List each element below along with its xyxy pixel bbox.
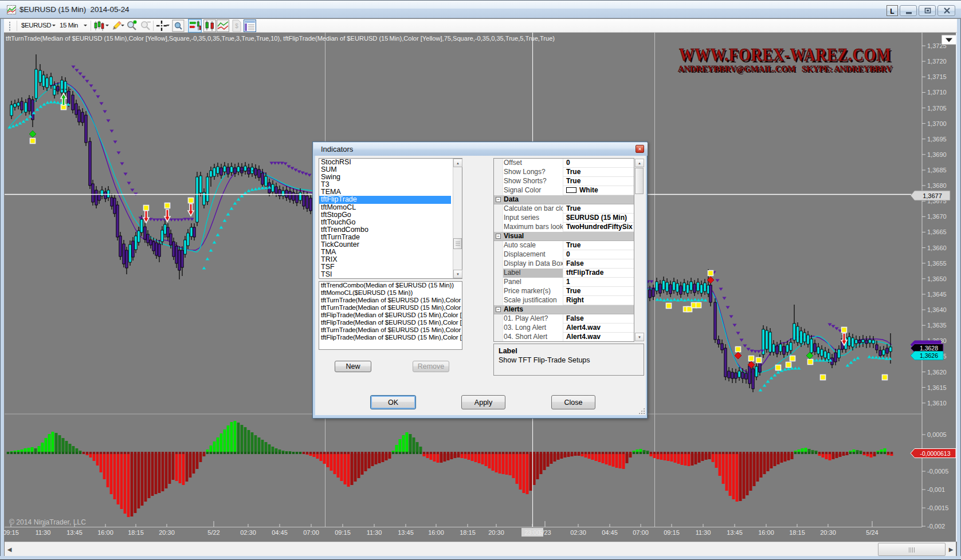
svg-text:07:00: 07:00: [633, 529, 649, 536]
svg-text:ANDREYBBRV@GMAIL.COM SKYPE:: ANDREYBBRV@GMAIL.COM SKYPE: ANDREYBBRV: [678, 64, 892, 73]
svg-text:09:15: 09:15: [3, 529, 19, 536]
svg-text:16:00: 16:00: [97, 529, 113, 536]
svg-text:tftTurnTrade(Median of $EURUSD: tftTurnTrade(Median of $EURUSD (15 Min),…: [6, 35, 555, 42]
svg-text:5/22: 5/22: [207, 529, 219, 536]
svg-text:18:15: 18:15: [460, 529, 476, 536]
svg-text:09:15: 09:15: [664, 529, 680, 536]
svg-text:1,3685: 1,3685: [927, 167, 947, 173]
svg-text:20:30: 20:30: [820, 529, 836, 536]
svg-text:11:30: 11:30: [367, 529, 382, 536]
svg-text:1,3628: 1,3628: [920, 345, 938, 352]
svg-text:WWW.FOREX-WAREZ.COM: WWW.FOREX-WAREZ.COM: [679, 45, 891, 65]
svg-text:1,3655: 1,3655: [927, 260, 947, 267]
svg-text:20:30: 20:30: [488, 529, 504, 536]
svg-text:1,3615: 1,3615: [927, 384, 947, 391]
svg-text:07:00: 07:00: [303, 529, 319, 536]
svg-text:1,3620: 1,3620: [927, 369, 947, 376]
svg-text:11:30: 11:30: [696, 529, 711, 536]
svg-text:13:45: 13:45: [398, 529, 414, 536]
svg-text:0,0005: 0,0005: [927, 431, 947, 438]
svg-text:1,3677: 1,3677: [923, 192, 942, 199]
svg-text:18:15: 18:15: [128, 529, 144, 536]
svg-text:1,3695: 1,3695: [927, 136, 947, 143]
svg-text:1,3690: 1,3690: [927, 151, 947, 158]
svg-text:5/23: 5/23: [539, 529, 551, 536]
svg-text:16:00: 16:00: [758, 529, 774, 536]
svg-text:1,3715: 1,3715: [927, 73, 947, 80]
svg-text:-0,002: -0,002: [927, 523, 945, 530]
svg-text:02:30: 02:30: [240, 529, 256, 536]
svg-text:-0,0015: -0,0015: [927, 504, 948, 511]
svg-text:1,3635: 1,3635: [927, 322, 947, 329]
svg-text:1,3680: 1,3680: [927, 182, 947, 189]
svg-text:02:30: 02:30: [570, 529, 586, 536]
svg-text:© 2014 NinjaTrader, LLC: © 2014 NinjaTrader, LLC: [9, 518, 86, 526]
svg-text:09:15: 09:15: [335, 529, 351, 536]
svg-text:1,3610: 1,3610: [927, 400, 947, 407]
svg-text:04:45: 04:45: [272, 529, 288, 536]
svg-text:13:45: 13:45: [66, 529, 83, 536]
svg-text:1,3626: 1,3626: [920, 352, 938, 359]
svg-text:1,3650: 1,3650: [927, 275, 947, 282]
svg-text:1,3710: 1,3710: [927, 89, 947, 96]
svg-text:-0,001: -0,001: [927, 486, 945, 493]
svg-text:1,3700: 1,3700: [927, 120, 947, 127]
svg-text:1,3665: 1,3665: [927, 228, 947, 235]
svg-text:5/24: 5/24: [866, 529, 878, 536]
svg-text:1,3660: 1,3660: [927, 244, 947, 251]
svg-text:1,3670: 1,3670: [927, 213, 947, 220]
svg-text:20:30: 20:30: [159, 529, 175, 536]
svg-text:23:00: 23:00: [524, 529, 540, 536]
svg-text:1,3640: 1,3640: [927, 306, 947, 313]
svg-text:1,3645: 1,3645: [927, 291, 947, 298]
svg-text:1,3720: 1,3720: [927, 58, 947, 65]
svg-text:-0,0005: -0,0005: [927, 468, 948, 475]
svg-text:13:45: 13:45: [727, 529, 743, 536]
svg-text:16:00: 16:00: [428, 529, 444, 536]
svg-text:-0,0000613: -0,0000613: [920, 450, 950, 457]
svg-text:11:30: 11:30: [36, 529, 51, 536]
svg-text:04:45: 04:45: [602, 529, 618, 536]
svg-text:1,3705: 1,3705: [927, 105, 947, 112]
svg-text:$: $: [235, 23, 238, 29]
svg-text:18:15: 18:15: [789, 529, 805, 536]
